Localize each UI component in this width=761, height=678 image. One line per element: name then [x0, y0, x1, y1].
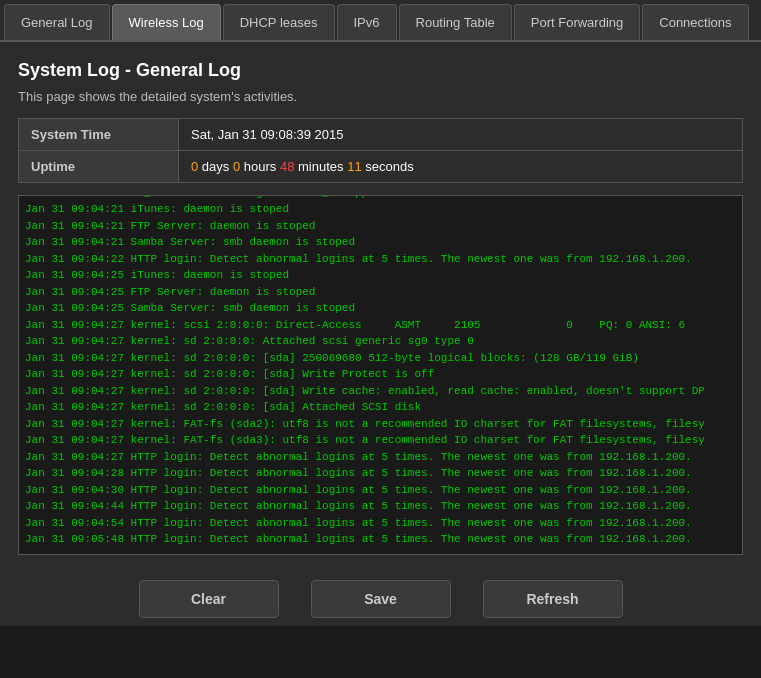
save-button[interactable]: Save [311, 580, 451, 618]
uptime-row: Uptime 0 days 0 hours 48 minutes 11 seco… [19, 151, 743, 183]
tab-connections[interactable]: Connections [642, 4, 748, 40]
page-description: This page shows the detailed system's ac… [18, 89, 743, 104]
uptime-days: 0 [191, 159, 198, 174]
uptime-minutes-text: minutes [298, 159, 347, 174]
uptime-hours-text: hours [244, 159, 280, 174]
button-bar: Clear Save Refresh [0, 568, 761, 626]
clear-button[interactable]: Clear [139, 580, 279, 618]
uptime-hours: 0 [233, 159, 240, 174]
system-time-row: System Time Sat, Jan 31 09:08:39 2015 [19, 119, 743, 151]
tab-bar: General Log Wireless Log DHCP leases IPv… [0, 0, 761, 42]
system-time-label: System Time [19, 119, 179, 151]
log-textarea[interactable] [18, 195, 743, 555]
refresh-button[interactable]: Refresh [483, 580, 623, 618]
system-time-value: Sat, Jan 31 09:08:39 2015 [179, 119, 743, 151]
uptime-seconds: 11 [347, 159, 361, 174]
tab-wireless-log[interactable]: Wireless Log [112, 4, 221, 40]
tab-dhcp-leases[interactable]: DHCP leases [223, 4, 335, 40]
tab-routing-table[interactable]: Routing Table [399, 4, 512, 40]
uptime-minutes: 48 [280, 159, 294, 174]
uptime-value: 0 days 0 hours 48 minutes 11 seconds [179, 151, 743, 183]
tab-port-forwarding[interactable]: Port Forwarding [514, 4, 640, 40]
uptime-label: Uptime [19, 151, 179, 183]
info-table: System Time Sat, Jan 31 09:08:39 2015 Up… [18, 118, 743, 183]
tab-ipv6[interactable]: IPv6 [337, 4, 397, 40]
page-title: System Log - General Log [18, 60, 743, 81]
main-content: System Log - General Log This page shows… [0, 42, 761, 568]
uptime-seconds-text: seconds [365, 159, 413, 174]
tab-general-log[interactable]: General Log [4, 4, 110, 40]
uptime-days-text: days [202, 159, 233, 174]
